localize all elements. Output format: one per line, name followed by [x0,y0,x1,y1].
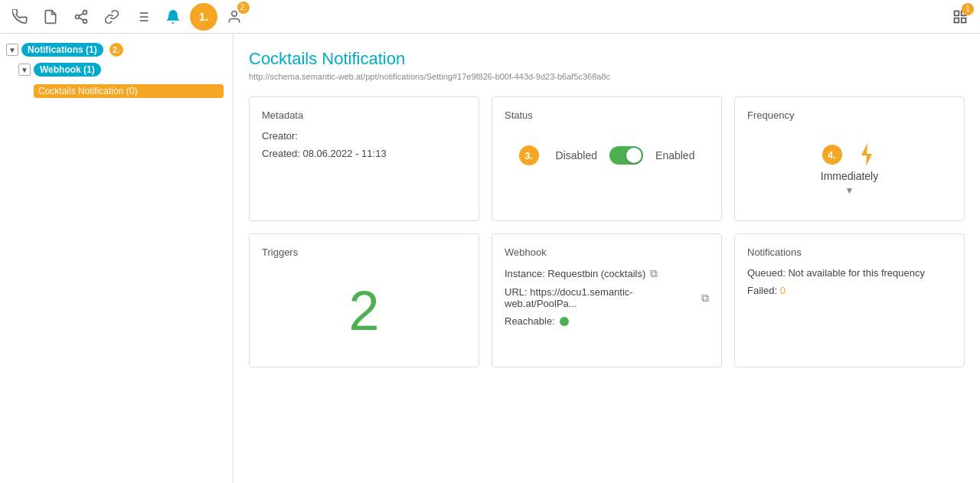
step2-badge: 2. [237,2,250,14]
person-icon[interactable]: 2. [220,3,248,31]
sidebar-item-cocktail[interactable]: Cocktails Notification (0) [3,81,230,101]
svg-point-2 [83,19,87,23]
frequency-dropdown-arrow[interactable]: ▼ [845,185,854,196]
created-row: Created: 08.06.2022 - 11:13 [262,148,466,159]
frequency-inner: 4. Immediately ▼ [747,130,952,208]
sidebar: ▼ Notifications (1) 2. ▼ Webhook (1) Coc… [0,34,234,483]
svg-rect-12 [955,11,959,15]
notifications-section-title: Notifications [747,246,952,258]
failed-value: 0 [780,285,786,296]
triggers-title: Triggers [262,246,466,258]
svg-rect-14 [955,18,959,22]
main-content: Cocktails Notification http://schema.sem… [234,34,980,483]
toolbar: 1. 2. 1 [0,0,980,34]
right-badge[interactable]: 1 [946,3,974,31]
status-inner: 3. Disabled Enabled [505,130,709,181]
bell-icon[interactable] [159,3,187,31]
file-icon[interactable] [37,3,64,31]
copy-instance-icon[interactable]: ⧉ [650,267,658,280]
svg-rect-15 [962,18,966,22]
webhook-reachable-row: Reachable: [505,315,709,327]
svg-point-11 [232,11,237,16]
top-cards-row: Metadata Creator: Created: 08.06.2022 - … [249,96,965,221]
toggle-notifications[interactable]: ▼ [6,44,18,56]
webhook-badge: Webhook (1) [34,63,101,77]
toggle-thumb [626,148,642,163]
url-label: URL: https://docu1.semantic-web.at/PoolP… [505,286,697,309]
webhook-instance-row: Instance: Requestbin (cocktails) ⧉ [505,267,709,280]
notifications-badge: Notifications (1) [21,43,103,57]
failed-label: Failed: [747,285,777,296]
frequency-step-badge: 4. [822,145,842,165]
list-icon[interactable] [129,3,156,31]
triggers-count: 2 [262,267,466,354]
toggle-track [609,146,643,165]
triggers-card: Triggers 2 [249,233,479,367]
frequency-title: Frequency [747,109,952,121]
step1-badge[interactable]: 1. [190,3,217,31]
status-step-badge: 3. [519,145,539,165]
instance-label: Instance: Requestbin (cocktails) [505,268,645,279]
link-icon[interactable] [98,3,126,31]
phone-icon[interactable] [6,3,34,31]
copy-url-icon[interactable]: ⧉ [701,292,709,305]
frequency-label: Immediately [821,170,878,182]
reachable-label: Reachable: [505,315,555,327]
status-card: Status 3. Disabled Enabled [492,96,722,221]
svg-line-3 [79,18,83,20]
webhook-card: Webhook Instance: Requestbin (cocktails)… [492,233,722,367]
sidebar-item-webhook[interactable]: ▼ Webhook (1) [0,60,233,80]
svg-point-0 [83,10,87,14]
page-url: http://schema.semantic-web.at/ppt/notifi… [249,72,965,81]
frequency-card: Frequency 4. Immediately ▼ [734,96,965,221]
share-icon[interactable] [67,3,95,31]
metadata-title: Metadata [262,109,466,121]
webhook-title: Webhook [505,246,709,258]
app-layout: ▼ Notifications (1) 2. ▼ Webhook (1) Coc… [0,34,980,483]
page-title: Cocktails Notification [249,49,965,69]
enabled-label: Enabled [655,149,694,162]
creator-row: Creator: [262,130,466,142]
metadata-card: Metadata Creator: Created: 08.06.2022 - … [249,96,479,221]
bottom-cards-row: Triggers 2 Webhook Instance: Requestbin … [249,233,965,367]
status-toggle[interactable] [609,146,643,165]
reachable-indicator [560,317,569,326]
sidebar-item-notifications[interactable]: ▼ Notifications (1) 2. [0,40,233,60]
webhook-url-row: URL: https://docu1.semantic-web.at/PoolP… [505,286,709,309]
queued-label: Queued: Not available for this frequency [747,267,925,279]
notifications-step-badge: 2. [109,43,123,57]
svg-point-1 [76,15,80,18]
disabled-label: Disabled [556,149,597,162]
notifications-card: Notifications Queued: Not available for … [734,233,965,367]
lightning-icon [856,142,877,167]
failed-row: Failed: 0 [747,285,952,296]
cocktail-label: Cocktails Notification (0) [38,86,137,96]
svg-marker-16 [861,143,872,166]
queued-row: Queued: Not available for this frequency [747,267,952,279]
status-title: Status [505,109,709,121]
toggle-webhook[interactable]: ▼ [18,64,31,76]
svg-line-4 [79,13,83,15]
